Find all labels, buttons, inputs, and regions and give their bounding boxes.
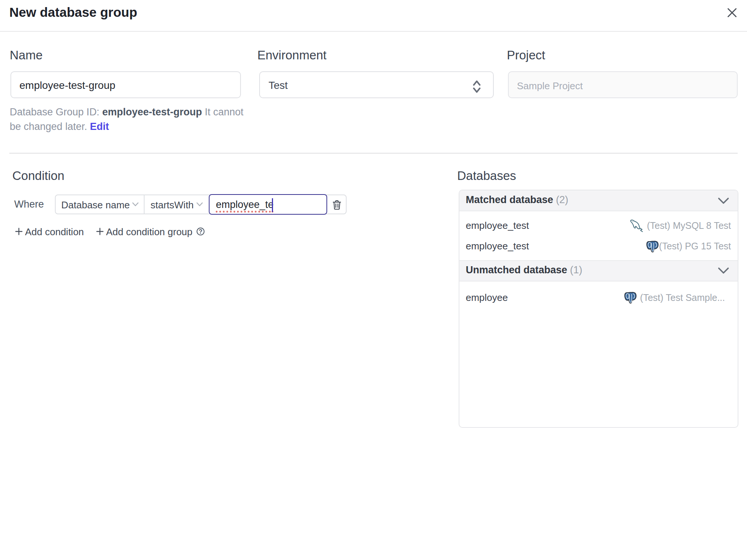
svg-text:?: ?: [199, 228, 202, 235]
